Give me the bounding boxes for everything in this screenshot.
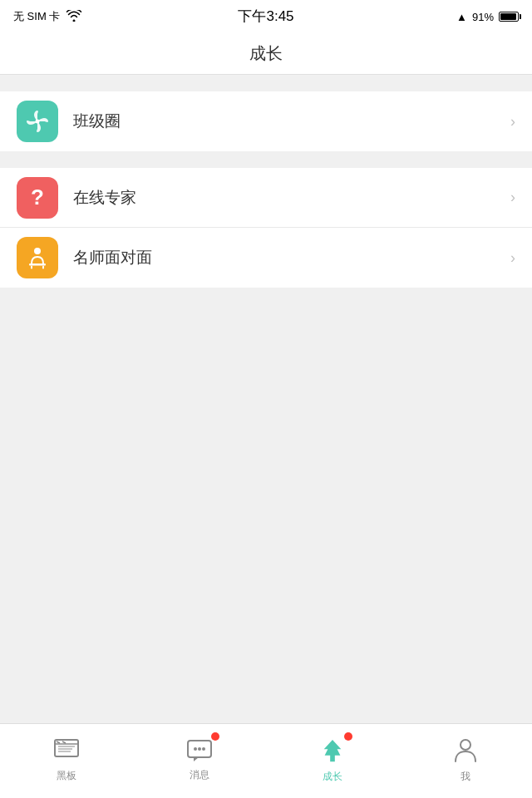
tree-icon — [320, 738, 345, 766]
svg-point-17 — [461, 740, 470, 750]
svg-rect-2 — [29, 264, 46, 266]
online-expert-label: 在线专家 — [73, 187, 510, 209]
svg-point-13 — [194, 747, 197, 751]
battery-percent: 91% — [472, 11, 494, 23]
section-gap-1 — [0, 75, 532, 91]
blackboard-icon — [54, 739, 79, 766]
status-time: 下午3:45 — [238, 7, 293, 26]
section-1: 班级圈 › — [0, 91, 532, 151]
status-left: 无 SIM 卡 — [13, 9, 81, 24]
tab-item-growth[interactable]: 成长 — [266, 724, 399, 798]
section-2: ? 在线专家 › 名师面对面 › — [0, 168, 532, 288]
tab-messages-label: 消息 — [190, 768, 209, 782]
status-right: ▲ 91% — [456, 11, 519, 23]
famous-teacher-label: 名师面对面 — [73, 247, 510, 268]
person-icon — [454, 738, 477, 766]
tab-item-blackboard[interactable]: 黑板 — [0, 724, 133, 798]
chevron-icon-1: › — [510, 113, 515, 131]
messages-icon — [187, 740, 212, 765]
page-title: 成长 — [249, 42, 283, 65]
wifi-icon — [66, 10, 81, 24]
svg-line-10 — [57, 741, 60, 743]
main-content: 班级圈 › ? 在线专家 › — [0, 75, 532, 765]
messages-badge — [211, 732, 219, 741]
battery-icon — [499, 12, 519, 22]
famous-teacher-icon — [17, 237, 58, 278]
tab-item-me[interactable]: 我 — [399, 724, 532, 798]
svg-point-0 — [36, 120, 40, 124]
svg-rect-3 — [31, 266, 32, 269]
question-icon: ? — [31, 185, 44, 210]
location-icon: ▲ — [456, 11, 467, 23]
sim-status: 无 SIM 卡 — [13, 9, 60, 24]
tab-blackboard-label: 黑板 — [57, 769, 76, 783]
svg-rect-4 — [42, 266, 44, 269]
svg-point-14 — [198, 747, 201, 751]
menu-item-online-expert[interactable]: ? 在线专家 › — [0, 168, 532, 228]
tab-bar: 黑板 消息 成长 — [0, 723, 532, 798]
nav-header: 成长 — [0, 33, 532, 75]
menu-item-class-circle[interactable]: 班级圈 › — [0, 91, 532, 151]
class-circle-label: 班级圈 — [73, 111, 510, 132]
online-expert-icon: ? — [17, 177, 58, 219]
class-circle-icon — [17, 101, 58, 142]
section-gap-2 — [0, 151, 532, 168]
svg-marker-16 — [324, 740, 342, 761]
chevron-icon-2: › — [510, 189, 515, 206]
menu-item-famous-teacher[interactable]: 名师面对面 › — [0, 228, 532, 288]
tab-growth-label: 成长 — [323, 770, 342, 784]
tab-item-messages[interactable]: 消息 — [133, 724, 266, 798]
empty-area — [0, 288, 532, 765]
svg-point-15 — [202, 747, 205, 751]
svg-point-1 — [34, 248, 41, 254]
svg-line-11 — [62, 741, 66, 743]
tab-me-label: 我 — [461, 770, 470, 784]
status-bar: 无 SIM 卡 下午3:45 ▲ 91% — [0, 0, 532, 33]
chevron-icon-3: › — [510, 249, 515, 267]
growth-badge — [344, 732, 352, 741]
